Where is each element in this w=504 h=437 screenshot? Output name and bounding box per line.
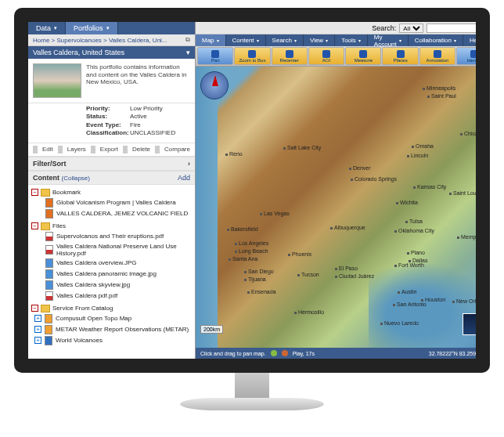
city-label: Colorado Springs bbox=[351, 176, 397, 182]
city-label: Tucson bbox=[297, 272, 319, 277]
filter-sort-bar[interactable]: Filter/Sort › bbox=[28, 157, 195, 171]
city-label: Tijuana bbox=[244, 276, 266, 282]
city-label: Bakersfield bbox=[227, 226, 258, 232]
tool-aoi[interactable]: AOI bbox=[308, 47, 344, 65]
menu-view[interactable]: View▾ bbox=[304, 34, 335, 46]
tool-places[interactable]: Places bbox=[382, 47, 418, 65]
city-label: Minneapolis bbox=[423, 85, 455, 91]
tree-item[interactable]: Valles Caldera panoramic image.jpg bbox=[31, 269, 192, 280]
service-icon bbox=[45, 325, 52, 334]
compare-icon[interactable] bbox=[155, 146, 160, 153]
tree-item[interactable]: Global Volcanism Program | Valles Calder… bbox=[31, 197, 192, 208]
file-icon bbox=[45, 280, 53, 290]
coordinates: 32.78222°N 83.25929°W bbox=[429, 351, 476, 356]
city-label: Oklahoma City bbox=[394, 228, 434, 233]
tool-pan[interactable]: Pan bbox=[197, 47, 233, 65]
tool-zoom-to-box[interactable]: Zoom to Box bbox=[234, 47, 270, 65]
tree-item[interactable]: Valles Caldera National Preserve Land Us… bbox=[31, 242, 192, 258]
delete-icon[interactable] bbox=[123, 146, 128, 153]
service-icon bbox=[45, 314, 52, 323]
menu-content[interactable]: Content▾ bbox=[226, 34, 266, 46]
tree-item[interactable]: Valles Caldera skyview.jpg bbox=[31, 280, 192, 291]
tree-item[interactable]: Valles Caldera overview.JPG bbox=[31, 258, 192, 269]
search-input[interactable] bbox=[427, 23, 476, 33]
edit-icon[interactable] bbox=[33, 146, 38, 153]
city-label: Hermosillo bbox=[294, 309, 324, 315]
file-icon bbox=[45, 258, 53, 268]
search-label: Search: bbox=[372, 24, 396, 32]
export-icon[interactable] bbox=[91, 146, 95, 153]
tool-icon bbox=[470, 50, 476, 58]
collapse-icon[interactable]: − bbox=[31, 189, 38, 196]
crumb-supervolcanoes[interactable]: Supervolcanoes bbox=[56, 37, 101, 44]
city-label: Omaha bbox=[412, 143, 434, 149]
tree-item[interactable]: Supervolcanos and Their eruptions.pdf bbox=[31, 231, 192, 242]
crumb-home[interactable]: Home bbox=[33, 37, 49, 44]
tree-item[interactable]: +Compusult Open Topo Map bbox=[31, 313, 192, 324]
monitor-stand-neck bbox=[235, 373, 269, 399]
edit-button[interactable]: Edit bbox=[42, 146, 53, 153]
monitor-stand-base bbox=[180, 398, 324, 410]
portfolio-title-bar[interactable]: Valles Caldera, United States ▾ bbox=[28, 46, 195, 59]
layers-icon[interactable] bbox=[58, 146, 63, 153]
map-canvas[interactable]: MinneapolisSaint PaulOmahaLincolnChicagS… bbox=[196, 67, 476, 348]
city-label: Denver bbox=[349, 165, 371, 171]
menu-search[interactable]: Search▾ bbox=[266, 34, 304, 46]
city-label: Reno bbox=[225, 151, 243, 157]
compare-button[interactable]: Compare bbox=[164, 146, 190, 153]
expand-icon[interactable]: + bbox=[34, 337, 41, 344]
crumb-current[interactable]: Valles Caldera, Uni... bbox=[109, 37, 167, 44]
tab-map[interactable]: Map▾ bbox=[196, 34, 226, 46]
status-hint: Click and drag to pan map. bbox=[200, 351, 266, 356]
menu-tools[interactable]: Tools▾ bbox=[335, 34, 368, 46]
tree-item[interactable]: Valles Caldera pdf.pdf bbox=[31, 291, 192, 302]
tab-data[interactable]: Data▾ bbox=[28, 22, 66, 34]
overview-map[interactable] bbox=[463, 313, 476, 335]
scale-bar: 200km bbox=[200, 325, 223, 334]
tool-recenter[interactable]: Recenter bbox=[272, 47, 308, 65]
folder-icon bbox=[41, 222, 50, 230]
city-label: Albuquerque bbox=[330, 225, 365, 230]
delete-button[interactable]: Delete bbox=[132, 146, 150, 153]
tool-identify[interactable]: Identify bbox=[456, 47, 476, 65]
city-label: Lincoln bbox=[407, 153, 428, 158]
collapse-icon[interactable]: − bbox=[31, 222, 38, 229]
collapse-link[interactable]: (Collapse) bbox=[62, 175, 90, 182]
city-label: Ciudad Juárez bbox=[335, 273, 374, 279]
expand-icon[interactable]: + bbox=[34, 315, 41, 322]
menu-help[interactable]: Help▾ bbox=[463, 34, 476, 46]
tool-icon bbox=[397, 50, 405, 58]
city-label: El Paso bbox=[335, 265, 358, 271]
folder-bookmark[interactable]: − Bookmark bbox=[31, 188, 192, 197]
content-header: Content (Collapse) Add bbox=[28, 171, 195, 185]
tool-icon bbox=[248, 50, 256, 58]
folder-catalog[interactable]: − Service From Catalog bbox=[31, 304, 192, 313]
city-label: Santa Ana bbox=[229, 256, 257, 262]
right-panel: Search: All Map▾ Content▾Search▾View▾Too… bbox=[196, 22, 476, 359]
compass-icon[interactable] bbox=[200, 71, 229, 99]
tree-item[interactable]: VALLES CALDERA, JEMEZ VOLCANIC FIELD bbox=[31, 208, 192, 219]
tool-annotation[interactable]: Annotation bbox=[419, 47, 455, 65]
search-scope-select[interactable]: All bbox=[399, 23, 423, 33]
screen: Data▾ Portfolios▾ Home > Supervolcanoes … bbox=[28, 22, 476, 359]
menu-collaboration[interactable]: Collaboration▾ bbox=[409, 34, 463, 46]
folder-files[interactable]: − Files bbox=[31, 222, 192, 231]
chevron-right-icon: › bbox=[188, 160, 190, 168]
city-label: Fort Worth bbox=[394, 262, 424, 268]
tree-item[interactable]: +METAR Weather Report Observations (META… bbox=[31, 324, 192, 335]
add-link[interactable]: Add bbox=[178, 174, 190, 182]
expand-icon[interactable]: + bbox=[34, 326, 41, 333]
city-label: Los Angeles bbox=[235, 240, 268, 246]
menu-my-account[interactable]: My Account▾ bbox=[368, 34, 409, 46]
export-button[interactable]: Export bbox=[100, 146, 118, 153]
popout-icon[interactable]: ⧉ bbox=[185, 36, 190, 44]
tool-measure[interactable]: Measure bbox=[345, 47, 381, 65]
city-label: San Diego bbox=[244, 269, 274, 274]
city-label: San Antonio bbox=[393, 302, 427, 307]
map-menu-bar: Map▾ Content▾Search▾View▾Tools▾My Accoun… bbox=[196, 34, 476, 46]
tree-item[interactable]: +World Volcanoes bbox=[31, 335, 192, 346]
layers-button[interactable]: Layers bbox=[67, 146, 86, 153]
collapse-icon[interactable]: − bbox=[31, 305, 38, 312]
status-icon bbox=[271, 350, 277, 356]
tab-portfolios[interactable]: Portfolios▾ bbox=[66, 22, 118, 34]
